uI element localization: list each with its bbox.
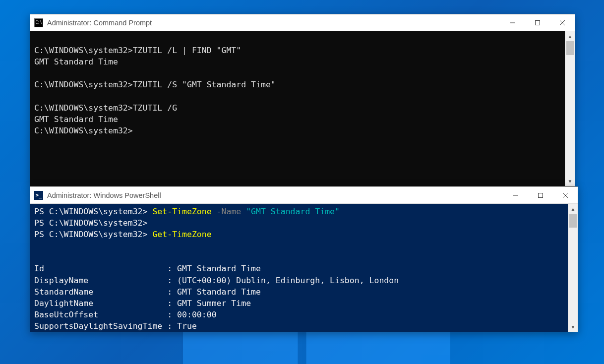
- scroll-down-icon[interactable]: ▼: [565, 176, 575, 186]
- ps-output-val: GMT Summer Time: [177, 299, 251, 308]
- ps-output-val: True: [177, 321, 197, 331]
- close-button[interactable]: [550, 14, 575, 31]
- ps-output-key: DaylightName :: [34, 299, 177, 308]
- cmd-window-title: Administrator: Command Prompt: [47, 19, 152, 27]
- scroll-up-icon[interactable]: ▲: [565, 31, 575, 41]
- ps-app-icon: >_: [34, 191, 43, 200]
- cmd-terminal-area[interactable]: C:\WINDOWS\system32>TZUTIL /L | FIND "GM…: [30, 31, 565, 186]
- ps-terminal-area[interactable]: PS C:\WINDOWS\system32> Set-TimeZone -Na…: [30, 204, 568, 332]
- command-prompt-window: C:\ Administrator: Command Prompt C:\WIN…: [30, 14, 575, 186]
- cmd-prompt: C:\WINDOWS\system32>: [34, 103, 133, 113]
- cmd-output-text: GMT Standard Time: [34, 57, 118, 66]
- ps-output-val: GMT Standard Time: [177, 264, 261, 273]
- ps-output-val: 00:00:00: [177, 310, 216, 319]
- cmd-command-text: TZUTIL /G: [133, 103, 177, 113]
- cmd-output-text: GMT Standard Time: [34, 115, 118, 124]
- cmd-window-controls: [500, 14, 575, 31]
- cmd-prompt: C:\WINDOWS\system32>: [34, 126, 133, 135]
- scroll-track[interactable]: [568, 214, 578, 322]
- scroll-track[interactable]: [565, 41, 575, 176]
- cmd-prompt: C:\WINDOWS\system32>: [34, 80, 133, 89]
- minimize-button[interactable]: [500, 14, 525, 31]
- maximize-button[interactable]: [528, 187, 553, 203]
- cmd-scrollbar[interactable]: ▲ ▼: [565, 31, 575, 186]
- ps-prompt: PS C:\WINDOWS\system32>: [34, 207, 152, 216]
- minimize-button[interactable]: [503, 187, 528, 203]
- ps-output-val: GMT Standard Time: [177, 287, 261, 297]
- scroll-thumb[interactable]: [566, 41, 574, 55]
- svg-rect-5: [539, 193, 543, 197]
- powershell-window: >_ Administrator: Windows PowerShell PS …: [30, 186, 578, 332]
- scroll-thumb[interactable]: [569, 214, 577, 228]
- ps-param: -Name: [212, 207, 246, 216]
- ps-prompt: PS C:\WINDOWS\system32>: [34, 230, 152, 239]
- close-button[interactable]: [553, 187, 578, 203]
- ps-output-val: (UTC+00:00) Dublin, Edinburgh, Lisbon, L…: [177, 276, 399, 285]
- ps-scrollbar[interactable]: ▲ ▼: [568, 204, 578, 332]
- cmd-titlebar[interactable]: C:\ Administrator: Command Prompt: [30, 14, 575, 31]
- ps-prompt: PS C:\WINDOWS\system32>: [34, 218, 147, 228]
- ps-output-key: StandardName :: [34, 287, 177, 297]
- ps-output-key: Id :: [34, 264, 177, 273]
- scroll-down-icon[interactable]: ▼: [568, 322, 578, 332]
- svg-rect-1: [536, 20, 540, 25]
- cmd-command-text: TZUTIL /L | FIND "GMT": [133, 46, 242, 55]
- ps-window-title: Administrator: Windows PowerShell: [47, 191, 161, 199]
- cmd-prompt: C:\WINDOWS\system32>: [34, 46, 133, 55]
- ps-arg: "GMT Standard Time": [246, 207, 340, 216]
- ps-cmdlet: Get-TimeZone: [152, 230, 211, 239]
- ps-titlebar[interactable]: >_ Administrator: Windows PowerShell: [30, 187, 578, 204]
- ps-output-key: DisplayName :: [34, 276, 177, 285]
- ps-output-key: SupportsDaylightSavingTime :: [34, 321, 177, 331]
- maximize-button[interactable]: [525, 14, 550, 31]
- ps-output-key: BaseUtcOffset :: [34, 310, 177, 319]
- cmd-command-text: TZUTIL /S "GMT Standard Time": [133, 80, 276, 89]
- ps-cmdlet: Set-TimeZone: [152, 207, 211, 216]
- scroll-up-icon[interactable]: ▲: [568, 204, 578, 214]
- ps-window-controls: [503, 187, 578, 203]
- cmd-app-icon: C:\: [34, 18, 43, 27]
